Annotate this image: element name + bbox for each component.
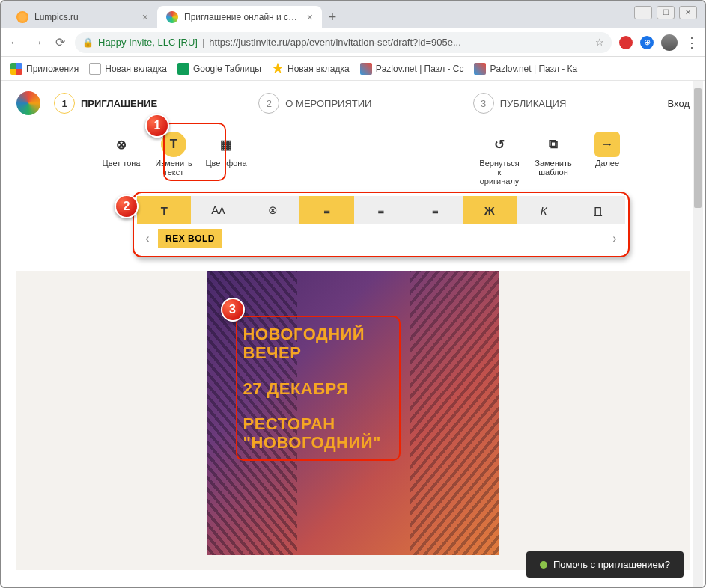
window-controls: — ☐ ✕ — [634, 6, 697, 19]
step-number: 1 — [54, 93, 75, 114]
tool-revert[interactable]: ↺ Вернуться к оригиналу — [477, 132, 522, 186]
help-chat-widget[interactable]: Помочь с приглашением? — [526, 551, 684, 578]
step-number: 3 — [473, 93, 494, 114]
reload-button[interactable]: ⟳ — [52, 35, 67, 49]
tool-color-tone[interactable]: ⊗ Цвет тона — [99, 132, 144, 177]
step-label: О МЕРОПРИЯТИИ — [285, 98, 371, 109]
extension-opera-icon[interactable] — [619, 36, 633, 49]
profile-avatar[interactable] — [661, 34, 678, 51]
step-number: 2 — [258, 93, 279, 114]
tt-align-right[interactable]: ≡ — [408, 196, 462, 224]
star-icon — [272, 63, 284, 75]
minimize-button[interactable]: — — [634, 6, 652, 19]
puzzle-icon — [474, 63, 486, 75]
bookmark-item[interactable]: Google Таблицы — [177, 63, 261, 75]
bookmark-label: Pazlov.net | Пазл - Ка — [490, 64, 577, 74]
close-icon[interactable]: × — [307, 11, 313, 23]
favicon-icon — [166, 11, 178, 23]
bookmark-label: Новая вкладка — [105, 64, 167, 74]
text-toolbar: 2 T Aᴀ ⊗ ≡ ≡ ≡ Ж К П ‹ REX BOLD › — [133, 192, 630, 257]
tt-align-left[interactable]: ≡ — [299, 196, 353, 224]
tt-color[interactable]: ⊗ — [246, 196, 299, 224]
bookmark-item[interactable]: Новая вкладка — [272, 63, 350, 75]
new-tab-button[interactable]: + — [322, 10, 343, 25]
star-icon[interactable]: ☆ — [595, 37, 604, 48]
font-prev-button[interactable]: ‹ — [137, 232, 158, 245]
maximize-button[interactable]: ☐ — [657, 6, 675, 19]
bookmark-label: Pazlov.net | Пазл - Сс — [376, 64, 464, 74]
url-text: https://justinvite.ru/app/event/invitati… — [209, 37, 591, 48]
step-invitation[interactable]: 1 ПРИГЛАШЕНИЕ — [54, 93, 157, 114]
menu-button[interactable]: ⋮ — [685, 34, 699, 51]
page-content: 1 ПРИГЛАШЕНИЕ 2 О МЕРОПРИЯТИИ 3 ПУБЛИКАЦ… — [1, 81, 705, 587]
invite-line: 27 ДЕКАБРЯ — [243, 379, 393, 398]
step-publish[interactable]: 3 ПУБЛИКАЦИЯ — [473, 93, 567, 114]
login-link[interactable]: Вход — [668, 98, 690, 109]
apps-icon — [10, 63, 22, 75]
tab-justinvite[interactable]: Приглашение онлайн и сайт ме × — [157, 6, 322, 28]
invitation-text-block[interactable]: НОВОГОДНИЙ ВЕЧЕР 27 ДЕКАБРЯ РЕСТОРАН "НО… — [236, 316, 401, 461]
bookmark-item[interactable]: Pazlov.net | Пазл - Ка — [474, 63, 577, 75]
invite-line: "НОВОГОДНИЙ" — [243, 433, 393, 452]
underline-icon: П — [594, 204, 602, 217]
tab-lumpics[interactable]: Lumpics.ru × — [7, 6, 157, 28]
tool-label: Заменить шаблон — [531, 159, 576, 177]
highlight-box-2: T Aᴀ ⊗ ≡ ≡ ≡ Ж К П ‹ REX BOLD › — [133, 192, 630, 257]
close-icon[interactable]: × — [142, 11, 148, 23]
puzzle-icon — [360, 63, 372, 75]
site-logo[interactable] — [16, 91, 40, 115]
tool-next[interactable]: → Далее — [585, 132, 630, 186]
bookmark-label: Новая вкладка — [287, 64, 350, 74]
step-label: ПУБЛИКАЦИЯ — [500, 98, 567, 109]
editor-toolbar: ⊗ Цвет тона T Изменить текст ▦ Цвет фона… — [1, 126, 705, 186]
align-right-icon: ≡ — [432, 204, 439, 217]
steps-header: 1 ПРИГЛАШЕНИЕ 2 О МЕРОПРИЯТИИ 3 ПУБЛИКАЦ… — [1, 81, 705, 126]
tt-text-tab[interactable]: T — [137, 196, 191, 224]
invitation-preview-area: 3 НОВОГОДНИЙ ВЕЧЕР 27 ДЕКАБРЯ РЕСТОРАН "… — [16, 271, 690, 570]
undo-icon: ↺ — [487, 132, 512, 157]
invite-line: РЕСТОРАН — [243, 414, 393, 433]
help-chat-label: Помочь с приглашением? — [553, 559, 670, 570]
status-dot-icon — [540, 561, 547, 569]
tab-title: Lumpics.ru — [34, 12, 136, 22]
tt-font-size[interactable]: Aᴀ — [191, 196, 245, 224]
address-bar: ← → ⟳ 🔒 Happy Invite, LLC [RU] | https:/… — [1, 28, 705, 57]
favicon-icon — [16, 11, 28, 23]
tt-align-center[interactable]: ≡ — [354, 196, 408, 224]
url-org: Happy Invite, LLC [RU] — [98, 37, 198, 48]
arrow-right-icon: → — [594, 132, 620, 157]
tool-label: Далее — [595, 159, 619, 168]
close-window-button[interactable]: ✕ — [679, 6, 697, 19]
omnibox[interactable]: 🔒 Happy Invite, LLC [RU] | https://justi… — [75, 32, 612, 53]
font-next-button[interactable]: › — [604, 232, 625, 245]
bookmark-item[interactable]: Новая вкладка — [89, 63, 167, 75]
forward-button[interactable]: → — [30, 36, 45, 49]
font-size-icon: Aᴀ — [211, 203, 225, 217]
invite-line: ВЕЧЕР — [243, 343, 393, 362]
annotation-badge-3: 3 — [221, 298, 245, 322]
font-name-chip[interactable]: REX BOLD — [158, 229, 222, 248]
bold-icon: Ж — [484, 204, 495, 217]
highlight-box-1 — [163, 123, 226, 181]
lock-icon: 🔒 — [82, 37, 94, 48]
sheets-icon — [177, 63, 189, 75]
invite-line: НОВОГОДНИЙ — [243, 325, 393, 343]
back-button[interactable]: ← — [7, 36, 22, 49]
tt-bold[interactable]: Ж — [463, 196, 517, 224]
step-about[interactable]: 2 О МЕРОПРИЯТИИ — [258, 93, 371, 114]
italic-icon: К — [541, 204, 547, 217]
tool-replace-template[interactable]: ⧉ Заменить шаблон — [531, 132, 576, 186]
tool-label: Цвет тона — [103, 159, 141, 168]
bookmarks-bar: Приложения Новая вкладка Google Таблицы … — [1, 57, 705, 81]
align-center-icon: ≡ — [378, 204, 385, 217]
extension-globe-icon[interactable]: ⊕ — [640, 36, 654, 49]
invitation-card[interactable]: 3 НОВОГОДНИЙ ВЕЧЕР 27 ДЕКАБРЯ РЕСТОРАН "… — [207, 271, 499, 555]
tab-bar: Lumpics.ru × Приглашение онлайн и сайт м… — [1, 1, 705, 28]
bookmark-item[interactable]: Pazlov.net | Пазл - Сс — [360, 63, 464, 75]
apps-button[interactable]: Приложения — [10, 63, 79, 75]
tt-underline[interactable]: П — [571, 196, 625, 224]
tt-italic[interactable]: К — [517, 196, 570, 224]
apps-label: Приложения — [26, 64, 79, 74]
tool-label: Вернуться к оригиналу — [477, 159, 522, 186]
swap-icon: ⧉ — [541, 132, 566, 157]
